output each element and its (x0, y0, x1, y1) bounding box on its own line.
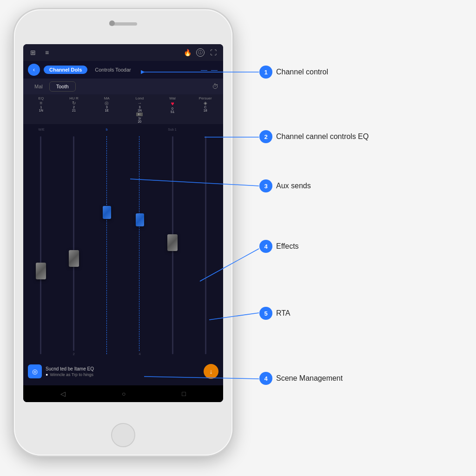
sub-nav: Mal Tooth ⏱ (23, 79, 223, 94)
menu-icon[interactable]: ≡ (42, 47, 52, 58)
info-icon[interactable]: ⓘ (196, 48, 205, 57)
android-nav: ◁ ○ □ (23, 385, 223, 402)
aux-labels: W/E b Sub 1 (23, 124, 223, 134)
annotation-label-3: Aux sends (276, 182, 311, 190)
fader-ch6[interactable] (190, 136, 221, 356)
tooth-tab[interactable]: Tooth (49, 81, 76, 92)
annotation-label-2: Channel cannel controls EQ (276, 132, 369, 141)
ch-hur: HU R ↻ 2 21 (58, 96, 90, 123)
fader-ch1[interactable] (25, 136, 57, 356)
home-button[interactable] (111, 423, 135, 447)
annotation-5: 5 RTA (259, 307, 291, 320)
annotation-6: 4 Scene Management (259, 372, 343, 385)
annotation-label-5: RTA (276, 309, 291, 317)
ch-ma: MA ◎ 3 1E (91, 96, 123, 123)
grid-icon[interactable]: ⊞ (28, 47, 38, 58)
android-recent[interactable]: □ (182, 390, 185, 397)
ch-lond: Lond → 3 1N ▮▯ 1r 20 (124, 96, 156, 123)
aux-label-1: W/E (25, 128, 58, 131)
fader-num-4: 4 (139, 352, 140, 356)
annotation-label-4: Effects (276, 242, 299, 251)
android-home[interactable]: ○ (122, 390, 126, 397)
phone-screen: ⊞ ≡ 🔥 ⓘ ⛶ ‹ Channel Dols Controls Toodar… (23, 44, 223, 402)
annotation-circle-1: 1 (259, 66, 272, 79)
fader-ch5[interactable] (157, 136, 188, 356)
android-back[interactable]: ◁ (60, 390, 66, 397)
ch-eq: EQ ≡ 1 1N (25, 96, 57, 123)
annotation-circle-3: 3 (259, 179, 272, 192)
aux-label-3: b (91, 128, 123, 131)
back-button[interactable]: ‹ (28, 64, 40, 76)
expand-icon[interactable]: ⛶ (208, 47, 218, 58)
ch-persuer: Persuer ◈ C 18 (189, 96, 221, 123)
bottom-line2: Winncle as Trp to hings (46, 372, 200, 377)
bottom-line1: Sucnd ted be Itame EQ (46, 366, 200, 371)
annotation-circle-6: 4 (259, 372, 272, 385)
annotation-circle-2: 2 (259, 130, 272, 143)
ch-wal: Wal ♥ 0 S1 (157, 96, 189, 123)
nav-dots[interactable]: — — (201, 66, 218, 73)
fader-ch4[interactable]: 4 (124, 136, 155, 356)
phone-camera (109, 20, 115, 26)
bottom-text: Sucnd ted be Itame EQ Winncle as Trp to … (46, 366, 200, 377)
annotation-4: 4 Effects (259, 240, 299, 253)
annotation-2: 2 Channel cannel controls EQ (259, 130, 369, 143)
app-topbar: ⊞ ≡ 🔥 ⓘ ⛶ (23, 44, 223, 61)
channel-headers: EQ ≡ 1 1N HU R ↻ 2 21 MA ◎ 3 1E (23, 94, 223, 124)
annotation-label-6: Scene Management (276, 374, 343, 383)
annotation-3: 3 Aux sends (259, 179, 311, 192)
clock-icon[interactable]: ⏱ (212, 83, 218, 90)
annotation-1: 1 Channel control (259, 66, 328, 79)
annotation-circle-5: 5 (259, 307, 272, 320)
phone-shell: ⊞ ≡ 🔥 ⓘ ⛶ ‹ Channel Dols Controls Toodar… (14, 9, 232, 456)
flame-icon[interactable]: 🔥 (182, 47, 192, 58)
nav-bar: ‹ Channel Dols Controls Toodar — — (23, 61, 223, 79)
download-button[interactable]: ↓ (204, 364, 218, 379)
aux-label-5: Sub 1 (156, 128, 188, 131)
fader-ch3[interactable] (91, 136, 123, 356)
fader-num-2: 2 (73, 352, 75, 356)
fader-ch2[interactable]: 2 (58, 136, 90, 356)
faders-area: 2 4 (23, 134, 223, 357)
mal-tab[interactable]: Mal (28, 82, 49, 91)
annotation-circle-4: 4 (259, 240, 272, 253)
sound-icon[interactable]: ◎ (28, 364, 42, 378)
channel-dols-tab[interactable]: Channel Dols (44, 66, 87, 74)
annotation-label-1: Channel control (276, 68, 328, 76)
faders-section: W/E b Sub 1 (23, 124, 223, 357)
controls-toodar-tab[interactable]: Controls Toodar (91, 66, 134, 74)
bottom-bar: ◎ Sucnd ted be Itame EQ Winncle as Trp t… (23, 357, 223, 385)
